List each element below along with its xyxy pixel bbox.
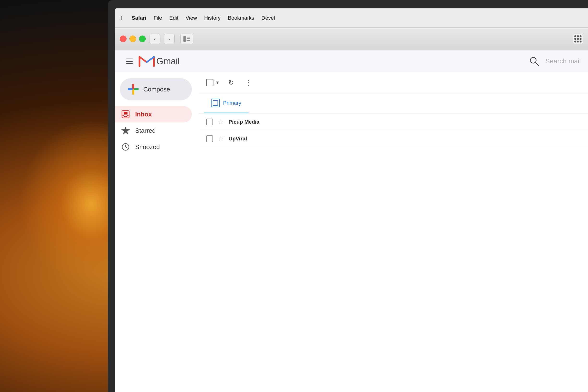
svg-rect-12	[124, 112, 128, 114]
table-row[interactable]: ☆ UpViral	[199, 130, 588, 147]
mail-toolbar: ▼ ↻ ⋮	[199, 72, 588, 94]
more-options-button[interactable]: ⋮	[243, 77, 254, 88]
tab-primary[interactable]: Primary	[204, 94, 248, 113]
gmail-body: Compose Inbox	[115, 72, 588, 392]
svg-line-7	[140, 57, 147, 62]
svg-rect-1	[186, 37, 190, 38]
svg-line-10	[536, 62, 538, 66]
mail-list-area: ▼ ↻ ⋮ Primary	[199, 72, 588, 392]
back-icon: ‹	[154, 36, 156, 42]
refresh-icon: ↻	[228, 79, 234, 87]
star-icon	[121, 126, 130, 136]
sidebar-item-inbox[interactable]: Inbox	[115, 106, 192, 122]
gmail-wordmark: Gmail	[156, 56, 180, 66]
svg-rect-0	[184, 36, 186, 42]
apps-button[interactable]	[573, 34, 583, 44]
inbox-label: Inbox	[135, 111, 152, 118]
checkbox-dropdown-arrow[interactable]: ▼	[215, 80, 220, 85]
select-all-checkbox[interactable]: ▼	[206, 79, 220, 86]
refresh-button[interactable]: ↻	[226, 77, 237, 88]
checkbox-icon	[206, 79, 214, 86]
email-checkbox[interactable]	[206, 136, 213, 142]
svg-marker-13	[122, 127, 129, 134]
snoozed-label: Snoozed	[135, 143, 160, 151]
snoozed-icon	[121, 142, 130, 152]
star-svg-icon	[121, 126, 130, 135]
forward-button[interactable]: ›	[164, 34, 174, 44]
traffic-lights	[120, 36, 146, 42]
bookmarks-menu[interactable]: Bookmarks	[228, 15, 254, 21]
compose-button[interactable]: Compose	[120, 78, 192, 100]
search-placeholder: Search mail	[545, 57, 581, 65]
laptop-screen:  Safari File Edit View History Bookmark…	[115, 8, 588, 392]
svg-line-16	[126, 147, 127, 148]
safari-menu[interactable]: Safari	[132, 15, 146, 21]
inbox-icon	[121, 110, 130, 119]
clock-svg-icon	[121, 142, 130, 151]
inbox-svg-icon	[121, 110, 130, 118]
sidebar-toggle-button[interactable]	[180, 34, 193, 44]
sidebar-item-starred[interactable]: Starred	[115, 122, 192, 139]
history-menu[interactable]: History	[204, 15, 220, 21]
minimize-button[interactable]	[130, 36, 136, 42]
star-unselected-icon[interactable]: ☆	[218, 118, 224, 126]
laptop-bezel:  Safari File Edit View History Bookmark…	[108, 0, 588, 392]
hamburger-icon	[126, 61, 133, 62]
fullscreen-button[interactable]	[139, 36, 146, 42]
forward-icon: ›	[168, 36, 170, 42]
email-sender: Picup Media	[228, 119, 291, 125]
compose-plus-icon	[128, 84, 139, 95]
email-sender: UpViral	[228, 136, 291, 142]
primary-tab-label: Primary	[223, 100, 241, 106]
hamburger-button[interactable]	[122, 54, 136, 68]
close-button[interactable]	[120, 36, 126, 42]
primary-tab-icon	[211, 99, 220, 107]
sidebar-item-snoozed[interactable]: Snoozed	[115, 139, 192, 155]
gmail-m-icon	[138, 54, 155, 68]
apple-menu[interactable]: 	[120, 14, 122, 22]
view-menu[interactable]: View	[186, 15, 197, 21]
edit-menu[interactable]: Edit	[169, 15, 178, 21]
grid-icon	[574, 35, 582, 42]
file-menu[interactable]: File	[154, 15, 162, 21]
svg-rect-3	[186, 40, 190, 41]
develop-menu[interactable]: Devel	[262, 15, 275, 21]
starred-label: Starred	[135, 127, 156, 134]
category-tabs: Primary	[199, 94, 588, 114]
sidebar-nav: Compose Inbox	[115, 72, 197, 392]
browser-chrome: ‹ ›	[115, 28, 588, 50]
primary-icon-inner	[213, 100, 218, 106]
star-unselected-icon[interactable]: ☆	[218, 135, 224, 142]
hamburger-icon	[126, 63, 133, 64]
svg-line-8	[147, 57, 154, 62]
compose-label: Compose	[143, 86, 170, 93]
macos-menubar:  Safari File Edit View History Bookmark…	[115, 8, 588, 28]
gmail-header: Gmail Search mail	[115, 50, 588, 72]
search-area: Search mail	[527, 54, 581, 68]
table-row[interactable]: ☆ Picup Media	[199, 114, 588, 130]
sidebar-toggle-icon	[184, 36, 190, 42]
hamburger-icon	[126, 58, 133, 59]
search-svg-icon	[529, 56, 540, 66]
more-icon: ⋮	[244, 78, 252, 87]
search-icon	[527, 54, 542, 68]
gmail-logo: Gmail	[138, 54, 180, 68]
compose-plus-colored-icon	[128, 84, 138, 94]
svg-rect-2	[186, 38, 190, 39]
back-button[interactable]: ‹	[150, 34, 160, 44]
email-checkbox[interactable]	[206, 118, 213, 125]
